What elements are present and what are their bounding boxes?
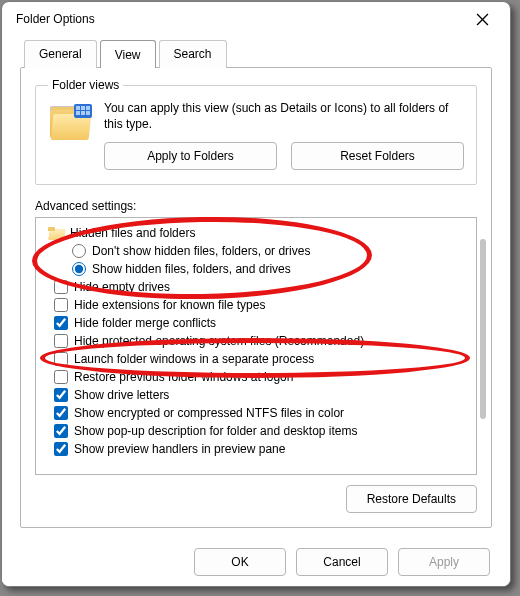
option-dont-show-hidden[interactable]: Don't show hidden files, folders, or dri… [72,242,472,260]
radio-dont-show-hidden[interactable] [72,244,86,258]
folder-open-icon [48,227,64,240]
checkbox-show-popup-description[interactable] [54,424,68,438]
option-show-preview-handlers-label: Show preview handlers in preview pane [74,442,285,456]
option-hide-empty-drives[interactable]: Hide empty drives [54,278,472,296]
option-show-hidden-label: Show hidden files, folders, and drives [92,262,291,276]
checkbox-launch-separate-process[interactable] [54,352,68,366]
window-title: Folder Options [16,12,95,26]
option-hide-merge-conflicts-label: Hide folder merge conflicts [74,316,216,330]
reset-folders-button[interactable]: Reset Folders [291,142,464,170]
apply-button[interactable]: Apply [398,548,490,576]
restore-defaults-button[interactable]: Restore Defaults [346,485,477,513]
option-dont-show-hidden-label: Don't show hidden files, folders, or dri… [92,244,310,258]
option-hide-protected-os-files[interactable]: Hide protected operating system files (R… [54,332,472,350]
option-show-hidden[interactable]: Show hidden files, folders, and drives [72,260,472,278]
checkbox-hide-extensions[interactable] [54,298,68,312]
option-show-popup-description-label: Show pop-up description for folder and d… [74,424,358,438]
option-show-preview-handlers[interactable]: Show preview handlers in preview pane [54,440,472,458]
folder-views-description: You can apply this view (such as Details… [104,100,464,132]
option-hide-extensions-label: Hide extensions for known file types [74,298,265,312]
option-show-encrypted-color[interactable]: Show encrypted or compressed NTFS files … [54,404,472,422]
tab-view[interactable]: View [100,40,156,68]
dialog-content: General View Search Folder views You can… [2,36,510,528]
tab-search[interactable]: Search [159,40,227,68]
option-show-popup-description[interactable]: Show pop-up description for folder and d… [54,422,472,440]
group-hidden-files-label: Hidden files and folders [70,226,195,240]
folder-views-group: Folder views You can apply this view (su… [35,78,477,185]
folder-views-legend: Folder views [48,78,123,92]
checkbox-show-drive-letters[interactable] [54,388,68,402]
option-restore-previous-windows-label: Restore previous folder windows at logon [74,370,293,384]
checkbox-show-encrypted-color[interactable] [54,406,68,420]
group-hidden-files: Hidden files and folders [48,224,472,242]
close-icon [476,13,489,26]
dialog-footer: OK Cancel Apply [2,538,510,586]
cancel-button[interactable]: Cancel [296,548,388,576]
checkbox-show-preview-handlers[interactable] [54,442,68,456]
apply-to-folders-button[interactable]: Apply to Folders [104,142,277,170]
folder-options-dialog: Folder Options General View Search Folde… [1,1,511,587]
checkbox-hide-merge-conflicts[interactable] [54,316,68,330]
option-restore-previous-windows[interactable]: Restore previous folder windows at logon [54,368,472,386]
option-hide-empty-drives-label: Hide empty drives [74,280,170,294]
close-button[interactable] [464,5,500,33]
advanced-settings-list[interactable]: Hidden files and folders Don't show hidd… [35,217,477,475]
tab-general[interactable]: General [24,40,97,68]
option-show-drive-letters[interactable]: Show drive letters [54,386,472,404]
radio-show-hidden[interactable] [72,262,86,276]
checkbox-restore-previous-windows[interactable] [54,370,68,384]
tab-bar: General View Search [20,40,492,68]
option-show-encrypted-color-label: Show encrypted or compressed NTFS files … [74,406,344,420]
folder-icon [48,104,92,142]
advanced-scrollbar[interactable] [480,239,486,419]
option-hide-merge-conflicts[interactable]: Hide folder merge conflicts [54,314,472,332]
ok-button[interactable]: OK [194,548,286,576]
titlebar: Folder Options [2,2,510,36]
option-show-drive-letters-label: Show drive letters [74,388,169,402]
option-launch-separate-process[interactable]: Launch folder windows in a separate proc… [54,350,472,368]
option-hide-extensions[interactable]: Hide extensions for known file types [54,296,472,314]
tab-panel-view: Folder views You can apply this view (su… [20,67,492,528]
option-hide-protected-os-files-label: Hide protected operating system files (R… [74,334,364,348]
checkbox-hide-empty-drives[interactable] [54,280,68,294]
option-launch-separate-process-label: Launch folder windows in a separate proc… [74,352,314,366]
checkbox-hide-protected-os-files[interactable] [54,334,68,348]
details-view-badge-icon [74,104,92,118]
advanced-settings-label: Advanced settings: [35,199,477,213]
